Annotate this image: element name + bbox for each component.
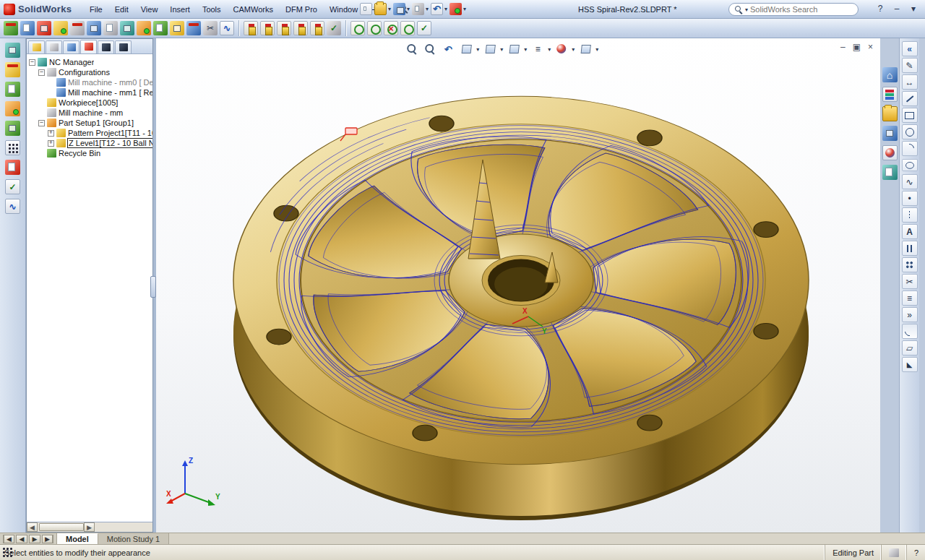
last-tab-icon[interactable]: [42, 535, 53, 543]
machine-definition-icon[interactable]: [120, 21, 134, 35]
view-palette-icon[interactable]: [882, 126, 898, 141]
menu-dfmpro[interactable]: DFM Pro: [285, 5, 317, 14]
insert-multiaxis-operation-icon[interactable]: [293, 21, 308, 35]
feature-tree-icon[interactable]: [170, 21, 184, 35]
insert-setup-icon[interactable]: [244, 21, 258, 35]
tree-item-recycle-bin[interactable]: Recycle Bin: [38, 148, 152, 158]
scroll-left-icon[interactable]: [27, 522, 38, 532]
insert-hole-operation-icon[interactable]: [277, 21, 291, 35]
minimize-button[interactable]: –: [891, 3, 903, 14]
tree-item-label[interactable]: Mill machine - mm0 [ Default ]: [68, 78, 152, 87]
doc-close-icon[interactable]: ×: [868, 42, 873, 52]
expander-icon[interactable]: [38, 69, 45, 76]
camworks-options-icon[interactable]: [220, 21, 234, 35]
tree-item-mill-machine-mm1[interactable]: Mill machine - mm1 [ Red1 ]: [48, 87, 152, 98]
tree-horizontal-scrollbar[interactable]: [27, 522, 152, 532]
zoom-area-icon[interactable]: [423, 42, 437, 56]
tree-item-label[interactable]: Part Setup1 [Group1]: [59, 119, 134, 127]
rectangle-icon[interactable]: [902, 108, 918, 123]
simulate-toolpath-icon[interactable]: [53, 21, 68, 35]
camworks-feature-tree-tab[interactable]: [80, 40, 97, 53]
new-document-icon[interactable]: [360, 3, 372, 15]
collapse-taskpane-icon[interactable]: [902, 41, 918, 56]
plane-icon[interactable]: [902, 340, 918, 356]
open-icon[interactable]: [374, 3, 387, 15]
titlebar-expand-button[interactable]: ▾: [908, 3, 919, 14]
hide-show-items-icon[interactable]: [530, 42, 545, 56]
doc-minimize-icon[interactable]: –: [840, 42, 846, 52]
section-wave-icon[interactable]: [5, 199, 20, 214]
undo-icon[interactable]: [431, 3, 443, 15]
tree-item-workpiece[interactable]: Workpiece[1005]: [38, 98, 152, 108]
tree-item-label[interactable]: NC Manager: [49, 58, 94, 66]
search-box[interactable]: [728, 3, 859, 16]
stock-manager-icon[interactable]: [137, 21, 151, 35]
arc-icon[interactable]: [902, 141, 918, 156]
insert-pattern-icon[interactable]: [310, 21, 324, 35]
propertymanager-tab[interactable]: [46, 40, 62, 53]
pause-simulation-icon[interactable]: [367, 21, 382, 35]
apply-scene-icon[interactable]: [578, 42, 593, 56]
expander-icon[interactable]: [48, 130, 54, 137]
tree-item-label[interactable]: Z Level1[T12 - 10 Ball Nose: [68, 139, 152, 147]
rebuild-icon[interactable]: [449, 3, 462, 15]
tree-item-label[interactable]: Mill machine - mm1 [ Red1 ]: [68, 88, 152, 97]
view-orientation-dropdown-icon[interactable]: [500, 46, 503, 53]
point-icon[interactable]: [902, 191, 918, 206]
simulate-icon[interactable]: [5, 121, 20, 136]
print-icon[interactable]: [412, 3, 424, 15]
hide-show-dropdown-icon[interactable]: [548, 46, 551, 53]
status-grid-icon[interactable]: [889, 548, 899, 557]
tab-motion-study[interactable]: Motion Study 1: [98, 533, 169, 544]
status-icon-cell[interactable]: [881, 545, 906, 560]
tree-item-label[interactable]: Recycle Bin: [59, 149, 100, 158]
offset-icon[interactable]: [902, 290, 918, 306]
convert-entities-icon[interactable]: [902, 307, 918, 322]
tree-item-label[interactable]: Configurations: [59, 68, 110, 77]
generate-toolpath-icon[interactable]: [37, 21, 51, 35]
operation-plan-icon[interactable]: [5, 82, 20, 97]
camworks-operation-tree-tab[interactable]: [98, 40, 114, 53]
previous-tab-icon[interactable]: [16, 535, 27, 543]
menu-edit[interactable]: Edit: [115, 5, 129, 14]
appearances-icon[interactable]: [882, 145, 898, 160]
part-3d-model[interactable]: X Y: [156, 38, 880, 533]
trim-icon[interactable]: [902, 274, 918, 289]
simulation-options-icon[interactable]: [417, 21, 431, 35]
technology-db-icon[interactable]: [5, 43, 20, 58]
print-dropdown-icon[interactable]: [426, 6, 429, 12]
expander-icon[interactable]: [48, 140, 54, 147]
status-help-cell[interactable]: ?: [906, 545, 925, 560]
tree-item-label[interactable]: Workpiece[1005]: [59, 98, 118, 107]
tree-item-z-level1[interactable]: Z Level1[T12 - 10 Ball Nose: [48, 138, 152, 148]
display-style-icon[interactable]: [507, 42, 521, 56]
stop-simulation-icon[interactable]: [384, 21, 398, 35]
previous-view-icon[interactable]: [441, 42, 455, 56]
tree-item-label[interactable]: Pattern Project1[T11 - 10 B: [68, 129, 152, 137]
post-icon[interactable]: [5, 160, 20, 175]
graphics-viewport[interactable]: X Y – ▣ ×: [156, 38, 880, 533]
scrollbar-thumb[interactable]: [39, 523, 84, 531]
toolpath-generate-icon[interactable]: [5, 101, 20, 116]
menu-insert[interactable]: Insert: [170, 5, 190, 14]
tree-item-configurations[interactable]: Configurations: [38, 67, 152, 77]
open-dropdown-icon[interactable]: [388, 6, 391, 12]
expander-icon[interactable]: [29, 59, 35, 66]
verify-check-icon[interactable]: [5, 179, 20, 194]
section-view-dropdown-icon[interactable]: [476, 46, 479, 53]
scene-dropdown-icon[interactable]: [595, 46, 598, 53]
technology-database-icon[interactable]: [153, 21, 168, 35]
extract-machinable-features-icon[interactable]: [4, 21, 18, 35]
first-tab-icon[interactable]: [3, 535, 14, 543]
rebuild-dropdown-icon[interactable]: [463, 6, 466, 12]
step-thru-toolpath-icon[interactable]: [70, 21, 85, 35]
post-process-icon[interactable]: [87, 21, 101, 35]
scenes-icon[interactable]: [882, 165, 898, 180]
tree-item-label[interactable]: Mill machine - mm: [59, 108, 123, 117]
menu-view[interactable]: View: [141, 5, 158, 14]
feature-recognition-icon[interactable]: [5, 62, 20, 77]
search-dropdown-icon[interactable]: [745, 7, 748, 13]
doc-restore-icon[interactable]: ▣: [853, 42, 861, 52]
save-dropdown-icon[interactable]: [407, 6, 410, 12]
menu-window[interactable]: Window: [330, 5, 358, 14]
